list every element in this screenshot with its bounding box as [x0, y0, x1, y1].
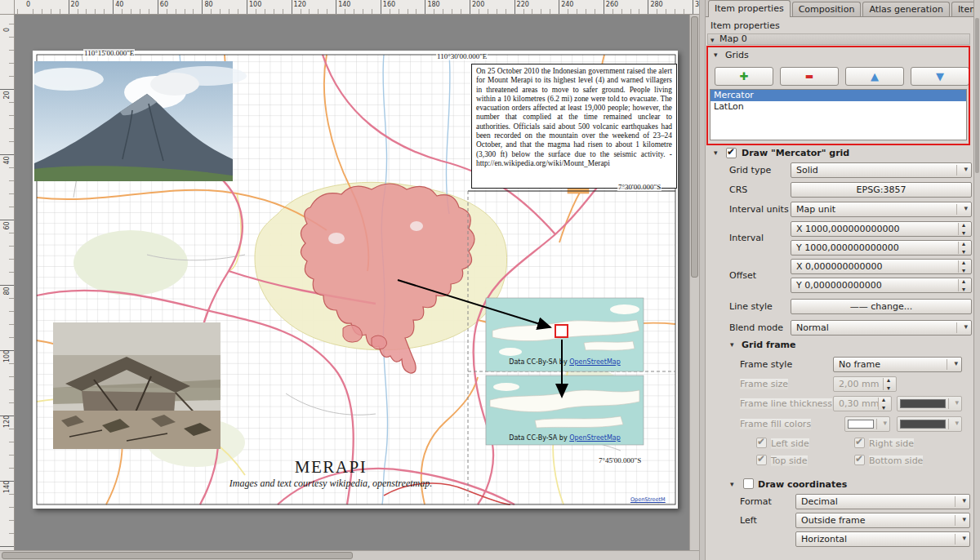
top-side-label: Top side [771, 456, 808, 466]
composer-page[interactable]: On 25 October 2010 the Indonesian govern… [33, 51, 678, 509]
left-direction-select[interactable]: Horizontal [795, 531, 970, 547]
draw-coordinates-collapse-icon[interactable] [730, 479, 738, 489]
ruler-number: 100 [249, 1, 261, 8]
ruler-number: 240 [561, 1, 573, 8]
format-select[interactable]: Decimal [795, 494, 970, 509]
left-position-value: Outside frame [801, 515, 866, 526]
color-swatch-dark [900, 420, 946, 429]
top-side-checkbox[interactable] [756, 455, 767, 465]
osm-link[interactable]: OpenStreetMap [569, 434, 621, 442]
frame-size-input[interactable]: 2,00 mm [833, 376, 897, 392]
panel-tabbar: Item properties Composition Atlas genera… [706, 0, 973, 17]
composer-canvas[interactable]: 0204060801001201401601802002202402602803… [0, 0, 699, 550]
right-side-checkbox[interactable] [854, 438, 865, 448]
move-grid-up-button[interactable]: ▲ [845, 67, 904, 86]
osm-attribution-2: Data CC-By-SA by OpenStreetMap [486, 434, 644, 442]
scrollbar-thumb[interactable] [691, 16, 698, 278]
attribution-text: Data CC-By-SA by [509, 358, 569, 366]
crs-button[interactable]: EPSG:3857 [791, 182, 972, 198]
frame-thickness-value: 0,30 mm [839, 398, 879, 409]
frame-style-label: Frame style [740, 359, 792, 370]
ruler-number: 100 [3, 350, 11, 362]
scrollbar-thumb[interactable] [2, 552, 353, 559]
spinner-arrows-icon[interactable] [958, 260, 970, 273]
panel-splitter[interactable] [699, 0, 706, 560]
grid-label-lat-upper: 7°30'00.000"S [617, 183, 662, 191]
article-text-item[interactable]: On 25 October 2010 the Indonesian govern… [471, 64, 677, 189]
ruler-number: 300 [695, 1, 699, 8]
ruler-number: 280 [650, 1, 662, 8]
ruler-number: 0 [3, 24, 11, 36]
add-grid-button[interactable]: ✚ [715, 67, 773, 86]
line-style-label: Line style [729, 301, 773, 312]
volcano-photo [33, 61, 247, 181]
grid-list-item-mercator[interactable]: Mercator [710, 90, 966, 101]
offset-y-input[interactable]: Y 0,000000000000 [791, 278, 972, 293]
crs-label: CRS [729, 184, 747, 195]
blend-mode-select[interactable]: Normal [791, 320, 972, 336]
grid-type-select[interactable]: Solid [791, 162, 972, 178]
spinner-arrows-icon[interactable] [958, 242, 970, 254]
minus-icon: ▬ [805, 68, 813, 85]
frame-color-swatch[interactable] [897, 396, 962, 411]
tab-item-properties[interactable]: Item properties [708, 0, 791, 17]
window-vertical-scrollbar[interactable] [973, 0, 980, 560]
grid-list-item-latlon[interactable]: LatLon [710, 101, 966, 113]
line-style-value: —— change... [850, 301, 912, 312]
tab-composition[interactable]: Composition [792, 2, 862, 16]
left-side-checkbox[interactable] [756, 438, 767, 448]
grid-frame-collapse-icon[interactable] [730, 340, 738, 349]
ruler-number: 120 [294, 1, 306, 8]
spinner-arrows-icon [883, 378, 895, 390]
map0-label: Map 0 [719, 33, 747, 44]
left-position-select[interactable]: Outside frame [795, 513, 970, 528]
ruler-vertical: 020406080100120140 [0, 15, 15, 550]
frame-thickness-input[interactable]: 0,30 mm [833, 396, 892, 411]
ruler-number: 140 [338, 1, 350, 8]
offset-x-input[interactable]: X 0,000000000000 [791, 259, 972, 274]
spinner-arrows-icon[interactable] [958, 223, 970, 235]
tab-atlas-generation[interactable]: Atlas generation [862, 2, 950, 16]
bottom-side-label: Bottom side [869, 456, 923, 466]
ruler-number: 220 [517, 1, 529, 8]
ruler-number: 160 [383, 1, 395, 8]
draw-coordinates-checkbox[interactable] [743, 478, 754, 489]
crs-value: EPSG:3857 [857, 184, 906, 195]
osm-link[interactable]: OpenStreetMap [569, 358, 621, 366]
draw-grid-checkbox[interactable] [726, 148, 737, 158]
blend-mode-label: Blend mode [729, 322, 783, 333]
grid-list[interactable]: Mercator LatLon [710, 89, 967, 140]
frame-fill-swatch-1[interactable] [844, 416, 890, 432]
move-grid-down-button[interactable]: ▼ [911, 67, 969, 86]
bottom-side-checkbox[interactable] [854, 455, 865, 465]
ruler-number: 40 [3, 154, 11, 167]
draw-grid-label: Draw "Mercator" grid [742, 148, 849, 158]
canvas-horizontal-scrollbar[interactable] [0, 550, 699, 560]
grids-collapse-icon[interactable] [714, 50, 722, 60]
frame-style-value: No frame [839, 359, 880, 370]
panel-title: Item properties [710, 20, 780, 31]
spinner-arrows-icon[interactable] [958, 279, 970, 291]
chevron-down-icon [710, 35, 719, 45]
interval-y-input[interactable]: Y 1000,000000000000 [791, 240, 972, 256]
frame-line-thickness-label: Frame line thickness [740, 398, 832, 409]
map0-header[interactable]: Map 0 [707, 33, 970, 45]
draw-grid-collapse-icon[interactable] [714, 148, 722, 158]
interval-x-input[interactable]: X 1000,000000000000 [791, 221, 972, 237]
format-value: Decimal [801, 496, 838, 507]
format-label: Format [740, 496, 772, 507]
tab-items[interactable]: Items [951, 2, 973, 16]
map-corner-osm-link[interactable]: OpenStreetM [630, 496, 666, 503]
color-swatch-dark [900, 399, 946, 408]
ruler-number: 260 [606, 1, 618, 8]
canvas-vertical-scrollbar[interactable] [689, 15, 699, 550]
interval-units-select[interactable]: Map unit [791, 202, 972, 217]
line-style-change-button[interactable]: —— change... [791, 299, 972, 314]
interval-units-label: Interval units [729, 204, 789, 215]
frame-fill-swatch-2[interactable] [897, 416, 962, 432]
remove-grid-button[interactable]: ▬ [780, 67, 839, 86]
map-title[interactable]: MERAPI [204, 457, 457, 478]
frame-style-select[interactable]: No frame [833, 357, 962, 372]
map-subtitle[interactable]: Images and text courtesy wikipedia, open… [155, 478, 506, 490]
scrollbar-thumb[interactable] [975, 18, 979, 173]
